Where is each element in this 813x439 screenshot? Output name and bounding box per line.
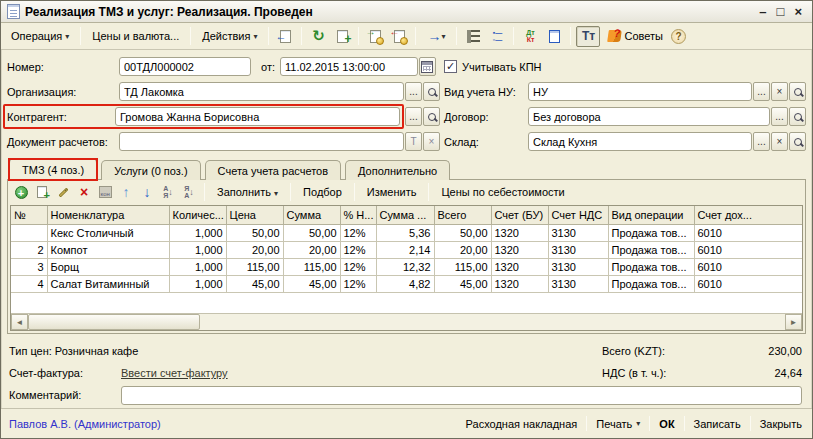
fill-menu-button[interactable]: Заполнить ▾ [211,184,284,200]
warehouse-open-button[interactable] [789,132,806,151]
cost-prices-button[interactable]: Цены по себестоимости [435,184,570,200]
close-button[interactable]: × [794,5,802,18]
edit-row-button[interactable] [54,183,72,201]
delete-row-button[interactable]: × [75,183,93,201]
tab-settlement-accounts[interactable]: Счета учета расчетов [205,160,341,180]
organization-input[interactable] [119,82,404,101]
col-header-operation-kind[interactable]: Вид операции [608,206,694,224]
settlement-doc-type-button[interactable]: T [405,132,422,151]
calendar-button[interactable] [419,57,436,76]
kpn-checkbox[interactable]: ✓ [444,60,457,73]
nu-kind-input[interactable] [528,82,752,101]
table-row[interactable]: 4 Салат Витаминный 1,000 45,00 45,00 12%… [11,275,802,292]
warehouse-clear-button[interactable]: × [771,132,788,151]
tt-format-toggle[interactable]: Тт [576,26,600,47]
refresh-button[interactable]: ↻ [307,26,329,47]
comment-input[interactable] [121,386,802,405]
actions-menu[interactable]: Действия ▾ [196,28,263,44]
save-button[interactable]: Записать [692,416,743,432]
tab-additional[interactable]: Дополнительно [345,160,450,180]
col-header-num[interactable]: № [11,206,47,224]
col-header-account-bu[interactable]: Счет (БУ) [491,206,548,224]
col-header-vat-sum[interactable]: Сумма ... [376,206,434,224]
nu-clear-button[interactable]: × [771,82,788,101]
comment-label: Комментарий: [9,389,113,401]
copy-document-button[interactable]: + [331,26,353,47]
scroll-left-button[interactable]: ◄ [11,314,28,330]
help-icon[interactable]: ? [671,29,686,44]
ok-button[interactable]: ОК [657,416,676,432]
table-row[interactable]: 3 Борщ 1,000 115,00 115,00 12% 12,32 115… [11,258,802,275]
settlement-doc-clear-button[interactable]: × [423,132,440,151]
horizontal-scrollbar[interactable]: ◄ ► [11,313,802,330]
move-down-button[interactable]: ↓ [138,183,156,201]
change-button[interactable]: Изменить [361,184,423,200]
checkbox-list-button[interactable]: ▪—▫— [486,26,508,47]
contract-input[interactable] [528,107,770,126]
scrollbar-track[interactable] [200,314,785,330]
col-header-vat-pct[interactable]: % Н... [340,206,376,224]
warehouse-select-button[interactable]: ... [753,132,770,151]
close-form-button[interactable]: Закрыть [758,416,804,432]
end-edit-button[interactable] [96,183,114,201]
reread-document-button[interactable]: ← [274,26,296,47]
dt-kt-postings-button[interactable]: ДтКт [519,26,541,47]
table-row[interactable]: 1 Кекс Столичный 1,000 50,00 50,00 12% 5… [11,224,802,241]
document-header-form: Номер: от: ✓ Учитывать КПН Организация: … [1,50,812,158]
scrollbar-thumb[interactable] [28,314,200,330]
nu-select-button[interactable]: ... [753,82,770,101]
copy-row-button[interactable]: + [33,183,51,201]
chevron-down-icon: ▾ [274,189,278,198]
col-header-sum[interactable]: Сумма [283,206,340,224]
unpost-document-button[interactable]: ← [388,26,410,47]
magnifier-icon [793,112,803,122]
magnifier-icon [427,112,437,122]
table-row[interactable]: 2 Компот 1,000 20,00 20,00 12% 2,14 20,0… [11,241,802,258]
add-row-button[interactable]: + [12,183,30,201]
organization-select-button[interactable]: ... [405,82,422,101]
table-empty-area [11,293,802,314]
number-input[interactable] [119,57,251,76]
col-header-total[interactable]: Всего [434,206,491,224]
warehouse-input[interactable] [528,132,752,151]
nu-open-button[interactable] [789,82,806,101]
magnifier-icon [793,137,803,147]
date-input[interactable] [280,57,418,76]
structure-list-button[interactable] [462,26,484,47]
maximize-button[interactable]: □ [777,5,785,18]
prices-currency-button[interactable]: Цены и валюта... [86,28,185,44]
add-icon: + [15,186,28,199]
doc-type-button[interactable]: Расходная накладная [464,416,580,432]
contractor-open-button[interactable] [423,107,440,126]
plus-icon: + [44,189,50,201]
contractor-input[interactable] [115,107,400,126]
tab-tmz[interactable]: ТМЗ (4 поз.) [9,158,97,180]
col-header-price[interactable]: Цена [226,206,283,224]
sort-asc-button[interactable]: АЯ ↓ [159,183,177,201]
tips-button[interactable]: ? Советы [602,28,668,44]
move-up-button[interactable]: ↑ [117,183,135,201]
contractor-select-button[interactable]: ... [405,107,422,126]
post-document-button[interactable]: → [364,26,386,47]
operation-menu[interactable]: Операция ▾ [5,28,75,44]
calendar-icon [421,61,433,73]
col-header-account-income[interactable]: Счет дох... [694,206,802,224]
col-header-nomenclature[interactable]: Номенклатура [47,206,169,224]
contract-select-button[interactable]: ... [771,107,788,126]
organization-open-button[interactable] [423,82,440,101]
settlement-doc-input[interactable] [119,132,404,151]
pick-button[interactable]: Подбор [297,184,348,200]
contract-open-button[interactable] [789,107,806,126]
tab-services[interactable]: Услуги (0 поз.) [101,160,200,180]
scroll-right-button[interactable]: ► [785,314,802,330]
col-header-account-vat[interactable]: Счет НДС [548,206,608,224]
print-menu-button[interactable]: Печать ▾ [594,416,642,432]
col-header-quantity[interactable]: Количес... [169,206,226,224]
movements-report-button[interactable] [543,26,565,47]
sort-desc-button[interactable]: ЯА ↓ [180,183,198,201]
enter-invoice-link[interactable]: Ввести счет-фактуру [121,367,228,379]
coin-icon [400,37,408,45]
minimize-button[interactable]: – [759,5,766,18]
enter-on-basis-button[interactable]: → ▾ [421,26,451,47]
items-table[interactable]: № Номенклатура Количес... Цена Сумма % Н… [11,206,802,293]
